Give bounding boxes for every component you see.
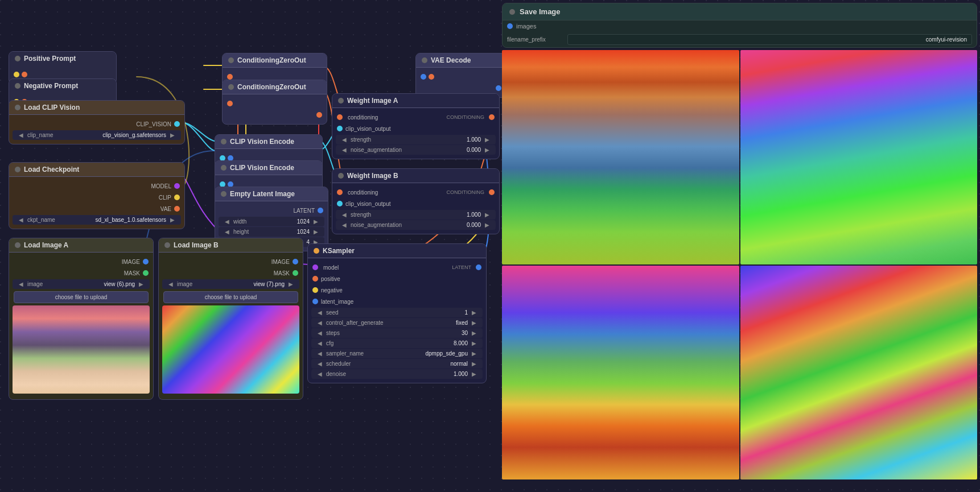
node-status-dot: [228, 57, 234, 63]
stepper-strength-a[interactable]: ◀ strength 1.000 ▶: [336, 135, 496, 144]
choose-file-a-button[interactable]: choose file to upload: [14, 291, 149, 303]
stepper-noise-a[interactable]: ◀ noise_augmentation 0.000 ▶: [336, 145, 496, 155]
load-image-a-node: Load Image A IMAGE MASK ◀ image view (6)…: [9, 238, 154, 400]
port-label-clip: CLIP: [159, 195, 171, 201]
stepper-left[interactable]: ◀: [340, 147, 348, 153]
stepper-clip-name[interactable]: ◀ clip_name clip_vision_g.safetensors ▶: [13, 130, 181, 140]
stepper-right[interactable]: ▶: [483, 212, 491, 218]
stepper-left[interactable]: ◀: [340, 137, 348, 143]
stepper-left[interactable]: ◀: [17, 217, 25, 223]
stepper-left[interactable]: ◀: [316, 309, 324, 316]
port-label-clip: clip_vision_output: [345, 126, 391, 132]
stepper-right[interactable]: ▶: [470, 330, 478, 336]
load-image-a-title: Load Image A: [24, 241, 68, 249]
port-dot: [227, 74, 233, 80]
port-type-conditioning: CONDITIONING: [447, 189, 485, 195]
conditioning-zero-out-1-header: ConditioningZeroOut: [223, 53, 327, 68]
output-image-3: [502, 266, 739, 480]
node-status-dot: [15, 167, 20, 172]
filename-prefix-value[interactable]: comfyui-revision: [567, 34, 972, 45]
stepper-left[interactable]: ◀: [316, 320, 324, 326]
port-dot-purple: [174, 183, 180, 189]
port-type-conditioning: CONDITIONING: [447, 114, 485, 120]
port-dot-orange: [429, 74, 434, 80]
port-dot-conditioning: [337, 189, 343, 195]
port-dot-orange: [174, 206, 180, 212]
stepper-left[interactable]: ◀: [17, 132, 25, 138]
stepper-right[interactable]: ▶: [312, 218, 320, 225]
stepper-right[interactable]: ▶: [483, 137, 491, 143]
stepper-left[interactable]: ◀: [316, 330, 324, 336]
stepper-left[interactable]: ◀: [167, 281, 175, 287]
stepper-right[interactable]: ▶: [470, 361, 478, 367]
stepper-right[interactable]: ▶: [483, 147, 491, 153]
stepper-label-scheduler: scheduler: [326, 361, 448, 367]
stepper-right[interactable]: ▶: [137, 281, 145, 287]
weight-image-b-node: Weight Image B conditioning CONDITIONING…: [332, 168, 500, 234]
port-label-latent: LATENT: [293, 208, 315, 214]
port-row-vae: VAE: [9, 203, 184, 214]
clip-vision-encode-2-title: CLIP Vision Encode: [230, 164, 294, 172]
output-image-4: [740, 266, 978, 480]
stepper-strength-b[interactable]: ◀ strength 1.000 ▶: [336, 210, 496, 220]
port-image-output: IMAGE: [9, 256, 153, 267]
stepper-noise-b[interactable]: ◀ noise_augmentation 0.000 ▶: [336, 220, 496, 230]
stepper-sampler-name[interactable]: ◀ sampler_name dpmpp_sde_gpu ▶: [311, 349, 483, 358]
stepper-cfg[interactable]: ◀ cfg 8.000 ▶: [311, 338, 483, 348]
port-mask-output-b: MASK: [159, 267, 303, 279]
stepper-height[interactable]: ◀ height 1024 ▶: [219, 227, 324, 237]
load-clip-vision-header: Load CLIP Vision: [9, 101, 184, 115]
port-label-image: IMAGE: [122, 259, 140, 265]
stepper-right[interactable]: ▶: [312, 229, 320, 235]
clip-vision-encode-2-header: CLIP Vision Encode: [215, 161, 322, 175]
node-status-dot: [228, 84, 234, 90]
port-label-mask: MASK: [124, 270, 140, 276]
port-row-clip: CLIP: [9, 192, 184, 203]
stepper-control-after[interactable]: ◀ control_after_generate fixed ▶: [311, 318, 483, 328]
stepper-right[interactable]: ▶: [470, 371, 478, 377]
stepper-left[interactable]: ◀: [340, 212, 348, 218]
stepper-seed[interactable]: ◀ seed 1 ▶: [311, 308, 483, 317]
stepper-left[interactable]: ◀: [223, 229, 231, 235]
stepper-image-b[interactable]: ◀ image view (7).png ▶: [162, 279, 299, 289]
stepper-right[interactable]: ▶: [470, 350, 478, 357]
stepper-label: strength: [351, 212, 464, 218]
stepper-right[interactable]: ▶: [168, 217, 176, 223]
stepper-left[interactable]: ◀: [316, 361, 324, 367]
stepper-steps[interactable]: ◀ steps 30 ▶: [311, 328, 483, 338]
stepper-right[interactable]: ▶: [470, 309, 478, 316]
image-preview-a: [13, 305, 150, 394]
stepper-right[interactable]: ▶: [470, 340, 478, 346]
choose-file-b-button[interactable]: choose file to upload: [163, 291, 298, 303]
stepper-left[interactable]: ◀: [316, 371, 324, 377]
stepper-value-cfg: 8.000: [454, 340, 468, 346]
stepper-denoise[interactable]: ◀ denoise 1.000 ▶: [311, 369, 483, 379]
port-dot-green: [293, 270, 298, 276]
stepper-right[interactable]: ▶: [470, 320, 478, 326]
stepper-right[interactable]: ▶: [483, 222, 491, 228]
node-status-dot: [338, 173, 344, 179]
stepper-left[interactable]: ◀: [316, 340, 324, 346]
stepper-left[interactable]: ◀: [17, 281, 25, 287]
output-image-grid: [502, 50, 977, 479]
stepper-left[interactable]: ◀: [316, 350, 324, 357]
node-status-dot: [221, 165, 227, 171]
stepper-ckpt-name[interactable]: ◀ ckpt_name sd_xl_base_1.0.safetensors ▶: [13, 215, 181, 225]
stepper-value: 0.000: [467, 222, 481, 228]
stepper-label: ckpt_name: [27, 217, 93, 223]
images-port-dot: [507, 23, 513, 29]
port-image-output-b: IMAGE: [159, 256, 303, 267]
stepper-value: 0.000: [467, 147, 481, 153]
empty-latent-image-header: Empty Latent Image: [215, 187, 328, 201]
stepper-right[interactable]: ▶: [168, 132, 176, 138]
stepper-scheduler[interactable]: ◀ scheduler normal ▶: [311, 359, 483, 369]
save-image-images-row: images: [503, 20, 977, 32]
stepper-label-height: height: [233, 229, 295, 235]
stepper-left[interactable]: ◀: [223, 218, 231, 225]
stepper-width[interactable]: ◀ width 1024 ▶: [219, 217, 324, 226]
stepper-left[interactable]: ◀: [340, 222, 348, 228]
stepper-image-a[interactable]: ◀ image view (6).png ▶: [13, 279, 150, 289]
conditioning-zero-out-2-node: ConditioningZeroOut: [222, 80, 327, 125]
stepper-right[interactable]: ▶: [287, 281, 295, 287]
port-dot-green: [143, 270, 149, 276]
